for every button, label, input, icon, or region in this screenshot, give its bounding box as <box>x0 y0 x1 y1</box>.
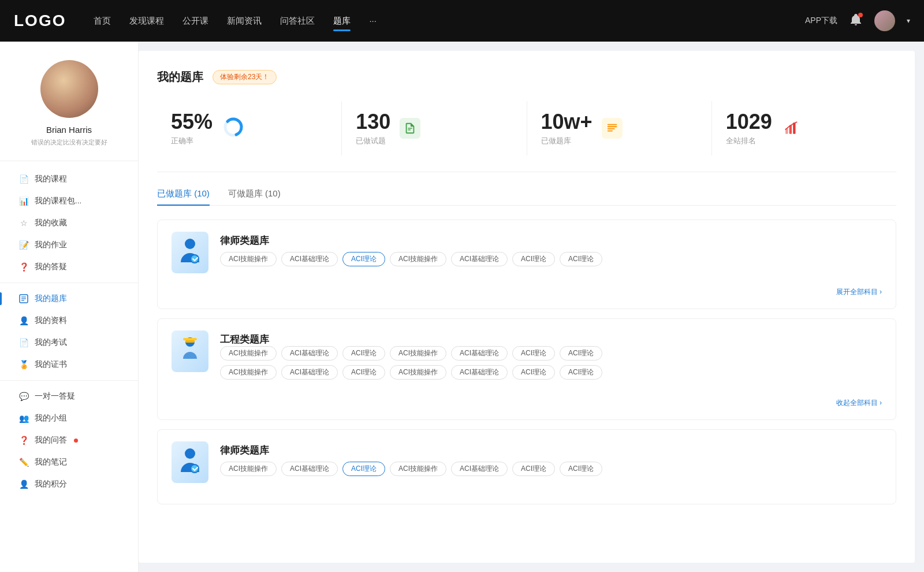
user-menu-chevron[interactable]: ▾ <box>907 17 910 25</box>
nav-questionbank[interactable]: 题库 <box>333 13 351 29</box>
sidebar-item-mycert[interactable]: 🏅 我的证书 <box>0 354 138 376</box>
bank-expand-lawyer[interactable]: 展开全部科目 › <box>172 287 882 297</box>
mynotes-icon: ✏️ <box>18 457 29 467</box>
sidebar-item-mycourse[interactable]: 📄 我的课程 <box>0 168 138 190</box>
nav-more[interactable]: ··· <box>369 13 377 29</box>
stat-done-banks-label: 已做题库 <box>541 136 593 146</box>
bank-tag[interactable]: ACI基础理论 <box>451 365 508 380</box>
bank-tag[interactable]: ACI理论 <box>560 346 602 361</box>
bank-collapse-engineer[interactable]: 收起全部科目 › <box>172 398 882 408</box>
bank-icon-engineer <box>172 330 208 372</box>
bank-tag-active[interactable]: ACI理论 <box>342 252 385 266</box>
bank-tag[interactable]: ACI基础理论 <box>281 462 338 476</box>
sidebar-item-myquestion[interactable]: ❓ 我的问答 <box>0 429 138 451</box>
tab-available-banks[interactable]: 可做题库 (10) <box>228 188 281 205</box>
bank-icon-lawyer <box>172 232 208 273</box>
svg-rect-20 <box>183 338 197 340</box>
bank-tag[interactable]: ACI理论 <box>512 365 555 380</box>
bank-tag[interactable]: ACI技能操作 <box>220 462 277 476</box>
sidebar-item-mypackage[interactable]: 📊 我的课程包... <box>0 190 138 212</box>
user-avatar[interactable] <box>874 10 895 31</box>
logo: LOGO <box>14 12 66 30</box>
stat-accuracy-icon <box>222 116 245 141</box>
nav-discover[interactable]: 发现课程 <box>129 13 164 29</box>
bank-tag[interactable]: ACI基础理论 <box>451 252 508 266</box>
sidebar-item-myprofile[interactable]: 👤 我的资料 <box>0 310 138 332</box>
tab-done-banks[interactable]: 已做题库 (10) <box>157 188 210 205</box>
bank-tag[interactable]: ACI基础理论 <box>281 252 338 266</box>
bank-tag[interactable]: ACI理论 <box>512 462 555 476</box>
page-title: 我的题库 <box>157 69 203 85</box>
bank-tag[interactable]: ACI技能操作 <box>390 462 446 476</box>
sidebar-label-myqa: 我的答疑 <box>35 262 67 272</box>
nav-news[interactable]: 新闻资讯 <box>227 13 262 29</box>
sidebar-item-myfavorite[interactable]: ☆ 我的收藏 <box>0 212 138 234</box>
bank-tag[interactable]: ACI理论 <box>512 252 555 266</box>
bank-tag[interactable]: ACI技能操作 <box>390 252 446 266</box>
stat-accuracy: 55% 正确率 <box>157 101 342 155</box>
myprofile-icon: 👤 <box>18 315 29 326</box>
rank-icon <box>781 118 802 139</box>
nav-home[interactable]: 首页 <box>94 13 111 29</box>
bank-tag[interactable]: ACI技能操作 <box>220 365 277 380</box>
lawyer-figure-icon <box>177 237 203 268</box>
stat-done-questions: 130 已做试题 <box>342 101 527 155</box>
tabs-row: 已做题库 (10) 可做题库 (10) <box>157 188 896 206</box>
sidebar-item-onetoone[interactable]: 💬 一对一答疑 <box>0 385 138 407</box>
bank-tag[interactable]: ACI基础理论 <box>451 462 508 476</box>
sidebar-label-mycert: 我的证书 <box>35 359 67 370</box>
sidebar-item-myhomework[interactable]: 📝 我的作业 <box>0 234 138 256</box>
bank-tag[interactable]: ACI理论 <box>560 365 602 380</box>
bank-title-engineer: 工程类题库 <box>220 330 602 346</box>
bank-tag[interactable]: ACI理论 <box>342 365 385 380</box>
sidebar-label-mycourse: 我的课程 <box>35 174 67 184</box>
bank-tag[interactable]: ACI技能操作 <box>390 346 446 361</box>
bank-card-engineer: 工程类题库 ACI技能操作 ACI基础理论 ACI理论 ACI技能操作 ACI基… <box>157 318 896 420</box>
bank-tag[interactable]: ACI基础理论 <box>281 346 338 361</box>
myquestionbank-icon <box>18 294 29 304</box>
myhomework-icon: 📝 <box>18 240 29 250</box>
app-download-button[interactable]: APP下载 <box>805 16 837 26</box>
sidebar-label-myprofile: 我的资料 <box>35 315 67 326</box>
stat-done-questions-label: 已做试题 <box>356 136 390 146</box>
mygroup-icon: 👥 <box>18 413 29 424</box>
bank-tag[interactable]: ACI理论 <box>342 346 385 361</box>
question-dot <box>74 439 78 443</box>
bank-icon-lawyer2 <box>172 441 208 483</box>
bank-tag-active[interactable]: ACI理论 <box>342 462 385 476</box>
nav-opencourse[interactable]: 公开课 <box>182 13 208 29</box>
bank-tag[interactable]: ACI技能操作 <box>220 346 277 361</box>
myqa-icon: ❓ <box>18 262 29 272</box>
sidebar-item-mynotes[interactable]: ✏️ 我的笔记 <box>0 451 138 473</box>
bank-tag[interactable]: ACI理论 <box>560 252 602 266</box>
notification-bell[interactable] <box>849 13 863 29</box>
bank-tag[interactable]: ACI理论 <box>560 462 602 476</box>
sidebar-label-myhomework: 我的作业 <box>35 240 67 250</box>
sidebar: Brian Harris 错误的决定比没有决定要好 📄 我的课程 📊 我的课程包… <box>0 42 139 572</box>
sidebar-username: Brian Harris <box>46 125 92 135</box>
sidebar-item-myqa[interactable]: ❓ 我的答疑 <box>0 256 138 278</box>
sidebar-label-myfavorite: 我的收藏 <box>35 218 67 228</box>
sidebar-item-mygroup[interactable]: 👥 我的小组 <box>0 407 138 429</box>
navbar-right: APP下载 ▾ <box>805 10 910 31</box>
bank-tag[interactable]: ACI理论 <box>512 346 555 361</box>
bank-title-lawyer2: 律师类题库 <box>220 441 602 457</box>
mypoints-icon: 👤 <box>18 479 29 489</box>
mypackage-icon: 📊 <box>18 196 29 206</box>
done-questions-icon <box>400 118 420 139</box>
bank-tag[interactable]: ACI技能操作 <box>390 365 446 380</box>
done-banks-icon <box>602 118 623 139</box>
nav-qa[interactable]: 问答社区 <box>280 13 315 29</box>
nav-links: 首页 发现课程 公开课 新闻资讯 问答社区 题库 ··· <box>94 13 805 29</box>
bank-tag[interactable]: ACI基础理论 <box>281 365 338 380</box>
bank-tag[interactable]: ACI技能操作 <box>220 252 277 266</box>
sidebar-item-myquestionbank[interactable]: 我的题库 <box>0 288 138 310</box>
sidebar-profile: Brian Harris 错误的决定比没有决定要好 <box>0 60 138 161</box>
main-content: 我的题库 体验剩余23天！ 55% 正确率 <box>139 51 915 563</box>
sidebar-label-onetoone: 一对一答疑 <box>35 391 75 402</box>
sidebar-item-mypoints[interactable]: 👤 我的积分 <box>0 473 138 495</box>
sidebar-label-mypackage: 我的课程包... <box>35 196 81 206</box>
sidebar-avatar <box>40 60 98 118</box>
bank-tag[interactable]: ACI基础理论 <box>451 346 508 361</box>
sidebar-item-myexam[interactable]: 📄 我的考试 <box>0 332 138 354</box>
